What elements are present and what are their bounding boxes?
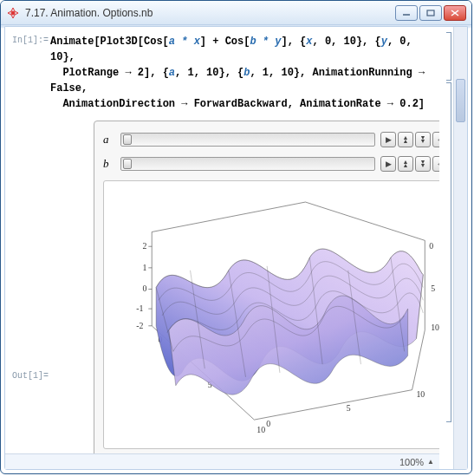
- play-button-a[interactable]: ▶: [380, 132, 396, 147]
- control-row-b: b ▶ ▲▲ ▼▼ ↔: [103, 154, 439, 173]
- minimize-button[interactable]: [395, 5, 418, 21]
- zoom-level[interactable]: 100%: [399, 457, 424, 467]
- svg-text:0: 0: [142, 284, 146, 293]
- svg-text:-2: -2: [136, 320, 143, 329]
- faster-button-a[interactable]: ▲▲: [398, 132, 413, 147]
- cell-brackets[interactable]: [439, 27, 453, 469]
- animate-panel: a ▶ ▲▲ ▼▼ ↔ b: [94, 121, 439, 459]
- input-code[interactable]: Animate[Plot3D[Cos[a * x] + Cos[b * y], …: [50, 34, 436, 112]
- slower-button-b[interactable]: ▼▼: [415, 156, 431, 172]
- svg-text:10: 10: [431, 322, 439, 331]
- output-label: Out[1]=: [12, 369, 50, 381]
- notebook[interactable]: In[1]:= Animate[Plot3D[Cos[a * x] + Cos[…: [5, 27, 439, 469]
- svg-text:0: 0: [429, 241, 433, 251]
- app-icon: [6, 6, 20, 20]
- bracket-input[interactable]: [446, 32, 451, 81]
- play-button-b[interactable]: ▶: [380, 156, 396, 172]
- slider-a-thumb[interactable]: [123, 134, 132, 145]
- svg-point-0: [11, 11, 15, 15]
- svg-text:1: 1: [142, 262, 146, 271]
- svg-text:10: 10: [256, 424, 265, 434]
- bracket-output[interactable]: [446, 82, 451, 422]
- vertical-scrollbar[interactable]: [453, 27, 467, 469]
- statusbar: 100% ▲: [5, 453, 439, 469]
- param-a-label: a: [103, 133, 115, 147]
- param-b-label: b: [103, 157, 115, 171]
- control-row-a: a ▶ ▲▲ ▼▼ ↔: [103, 130, 439, 149]
- slider-b[interactable]: [120, 157, 375, 171]
- maximize-button[interactable]: [419, 5, 442, 21]
- svg-rect-2: [427, 10, 434, 16]
- svg-text:-1: -1: [136, 303, 143, 313]
- svg-line-6: [152, 202, 305, 231]
- slider-a[interactable]: [120, 133, 375, 147]
- svg-text:0: 0: [266, 418, 270, 427]
- titlebar[interactable]: 7.17. Animation. Options.nb: [1, 1, 471, 25]
- svg-text:10: 10: [416, 388, 425, 398]
- window-buttons: [395, 5, 466, 21]
- input-label: In[1]:=: [12, 34, 50, 45]
- window-title: 7.17. Animation. Options.nb: [25, 7, 395, 19]
- plot3d-surface: 2 1 0 -1 -2 0 5 10 0 5 10 0 5 10: [109, 187, 439, 443]
- plot3d-pane[interactable]: 2 1 0 -1 -2 0 5 10 0 5 10 0 5 10: [103, 180, 439, 449]
- close-button[interactable]: [444, 5, 466, 21]
- app-window: 7.17. Animation. Options.nb In[1]:= Anim…: [0, 0, 472, 474]
- direction-button-a[interactable]: ↔: [432, 132, 439, 147]
- svg-text:5: 5: [347, 403, 351, 413]
- svg-line-7: [305, 202, 425, 240]
- output-cell: Out[1]= a ▶ ▲▲ ▼▼ ↔: [12, 112, 436, 464]
- input-cell[interactable]: In[1]:= Animate[Plot3D[Cos[a * x] + Cos[…: [12, 34, 436, 112]
- slower-button-a[interactable]: ▼▼: [415, 132, 431, 147]
- slider-b-thumb[interactable]: [123, 159, 132, 169]
- scrollbar-thumb[interactable]: [456, 79, 465, 122]
- client-area: In[1]:= Animate[Plot3D[Cos[a * x] + Cos[…: [4, 26, 468, 470]
- direction-button-b[interactable]: ↔: [432, 156, 439, 172]
- svg-text:5: 5: [431, 284, 435, 293]
- svg-text:2: 2: [142, 241, 146, 251]
- zoom-dropdown-icon[interactable]: ▲: [427, 458, 434, 466]
- faster-button-b[interactable]: ▲▲: [398, 156, 413, 172]
- svg-line-9: [254, 389, 412, 419]
